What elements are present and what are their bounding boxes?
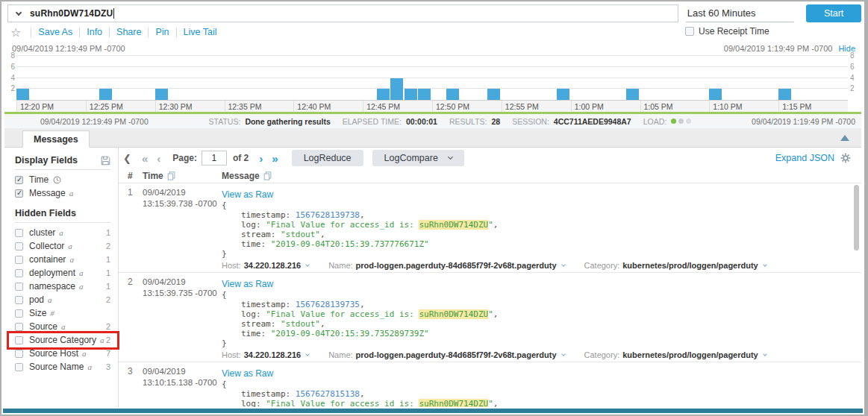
- histogram-bar[interactable]: [487, 89, 500, 100]
- host-dropdown-chevron-icon[interactable]: [305, 262, 310, 267]
- page-number-input[interactable]: [202, 151, 227, 166]
- field-row-deployment[interactable]: deploymenta1: [15, 266, 118, 280]
- copy-icon[interactable]: [167, 171, 175, 180]
- name-dropdown-chevron-icon[interactable]: [561, 262, 566, 267]
- gridline: [16, 55, 848, 56]
- x-axis-tick-label: 12:35 PM: [225, 102, 262, 111]
- action-link-save-as[interactable]: Save As: [38, 27, 72, 37]
- meta-value-host[interactable]: 34.220.128.216: [244, 350, 301, 359]
- logcompare-button[interactable]: LogCompare: [372, 150, 464, 166]
- display-fields-list: TimeMessagea: [15, 173, 118, 200]
- field-checkbox[interactable]: [15, 242, 23, 250]
- column-header-num[interactable]: #: [119, 171, 143, 181]
- column-header-time[interactable]: Time: [143, 171, 222, 181]
- view-as-raw-link[interactable]: View as Raw: [222, 189, 273, 200]
- tab-messages[interactable]: Messages: [22, 130, 90, 148]
- settings-gear-icon[interactable]: [840, 153, 851, 163]
- field-checkbox[interactable]: [15, 176, 23, 184]
- histogram-bar[interactable]: [557, 89, 569, 100]
- field-checkbox[interactable]: [15, 283, 23, 291]
- histogram-bar[interactable]: [626, 89, 639, 100]
- action-link-info[interactable]: Info: [87, 27, 102, 37]
- collapse-sidebar-icon[interactable]: ❮: [123, 153, 131, 164]
- field-checkbox[interactable]: [15, 309, 23, 318]
- start-button[interactable]: Start: [806, 4, 861, 22]
- field-checkbox[interactable]: [15, 229, 23, 237]
- field-row-message[interactable]: Messagea: [15, 186, 118, 200]
- meta-value-category[interactable]: kubernetes/prod/loggen/pagerduty: [622, 261, 758, 270]
- category-dropdown-chevron-icon[interactable]: [763, 352, 767, 356]
- field-row-namespace[interactable]: namespacea1: [15, 280, 118, 293]
- x-axis-tick-label: 1:00 PM: [571, 102, 604, 111]
- field-row-container[interactable]: containera1: [15, 253, 118, 266]
- fields-sidebar: Display Fields TimeMessagea Hidden Field…: [4, 148, 119, 407]
- view-as-raw-link[interactable]: View as Raw: [222, 368, 273, 379]
- histogram-bar[interactable]: [405, 89, 417, 100]
- favorite-star-icon[interactable]: ☆: [10, 25, 21, 40]
- copy-icon[interactable]: [263, 171, 272, 180]
- field-row-source[interactable]: Sourcea2: [15, 320, 118, 333]
- name-dropdown-chevron-icon[interactable]: [561, 352, 566, 356]
- json-line-stream: stream: "stdout",: [222, 230, 861, 239]
- query-expand-chevron-icon[interactable]: [16, 9, 22, 15]
- field-checkbox[interactable]: [15, 363, 23, 371]
- tab-bar: Messages: [4, 128, 861, 148]
- first-page-button[interactable]: «: [142, 153, 148, 164]
- field-checkbox[interactable]: [15, 189, 23, 198]
- meta-value-category[interactable]: kubernetes/prod/loggen/pagerduty: [622, 350, 758, 359]
- row-date: 09/04/2019: [143, 187, 222, 198]
- field-checkbox[interactable]: [15, 336, 23, 344]
- host-dropdown-chevron-icon[interactable]: [305, 352, 310, 356]
- time-range-selector[interactable]: Last 60 Minutes: [686, 5, 794, 22]
- histogram-bar[interactable]: [418, 89, 431, 100]
- histogram-bar[interactable]: [99, 89, 112, 100]
- x-axis-tick-label: 1:15 PM: [778, 102, 811, 111]
- field-checkbox[interactable]: [15, 350, 23, 358]
- histogram-bar[interactable]: [16, 89, 29, 100]
- histogram-bar[interactable]: [390, 78, 403, 101]
- json-punct: :: [256, 220, 266, 230]
- histogram-bar[interactable]: [709, 89, 722, 100]
- field-row-source-name[interactable]: Source Namea3: [15, 360, 118, 374]
- field-checkbox[interactable]: [15, 296, 23, 304]
- gridline: [16, 88, 848, 89]
- next-page-button[interactable]: ›: [259, 153, 263, 164]
- field-checkbox[interactable]: [15, 323, 23, 331]
- field-type-icon: a: [82, 349, 87, 358]
- field-row-pod[interactable]: poda2: [15, 293, 118, 306]
- meta-value-host[interactable]: 34.220.128.216: [244, 261, 301, 270]
- field-checkbox[interactable]: [15, 256, 23, 264]
- histogram-bar[interactable]: [155, 89, 168, 100]
- divider: [109, 28, 110, 37]
- field-row-source-category[interactable]: Source Categorya2: [15, 333, 118, 347]
- histogram-bar[interactable]: [778, 89, 791, 100]
- json-key: stream: [241, 319, 271, 329]
- expand-json-link[interactable]: Expand JSON: [775, 153, 834, 163]
- view-as-raw-link[interactable]: View as Raw: [222, 279, 273, 289]
- use-receipt-time-checkbox[interactable]: [685, 27, 694, 36]
- logcompare-dropdown-chevron-icon[interactable]: [448, 154, 453, 160]
- category-dropdown-chevron-icon[interactable]: [763, 262, 767, 267]
- search-query-input[interactable]: suRhn0DW714DZU: [7, 4, 678, 22]
- last-page-button[interactable]: »: [272, 153, 278, 164]
- save-fields-icon[interactable]: [101, 156, 110, 166]
- meta-value-name[interactable]: prod-loggen.pagerduty-84d685f79f-2v68t.p…: [356, 350, 557, 359]
- field-row-source-host[interactable]: Source Hosta7: [15, 347, 118, 360]
- action-link-pin[interactable]: Pin: [155, 27, 169, 37]
- field-row-collector[interactable]: Collectora2: [15, 239, 118, 253]
- field-row-time[interactable]: Time: [15, 173, 118, 186]
- vertical-scrollbar-thumb[interactable]: [854, 185, 859, 250]
- field-row-size[interactable]: Size#: [15, 306, 118, 320]
- column-header-message[interactable]: Message: [222, 171, 861, 181]
- field-row-cluster[interactable]: clustera1: [15, 226, 118, 239]
- action-link-live-tail[interactable]: Live Tail: [184, 27, 217, 37]
- logreduce-button[interactable]: LogReduce: [292, 150, 363, 166]
- search-query-text[interactable]: suRhn0DW714DZU: [30, 8, 113, 19]
- field-checkbox[interactable]: [15, 269, 23, 277]
- action-link-share[interactable]: Share: [116, 27, 141, 37]
- prev-page-button[interactable]: ‹: [157, 153, 160, 164]
- meta-value-name[interactable]: prod-loggen.pagerduty-84d685f79f-2v68t.p…: [356, 261, 557, 270]
- collapse-panel-arrow-icon[interactable]: [840, 135, 849, 141]
- histogram-bar[interactable]: [446, 89, 459, 100]
- histogram-bar[interactable]: [377, 89, 390, 100]
